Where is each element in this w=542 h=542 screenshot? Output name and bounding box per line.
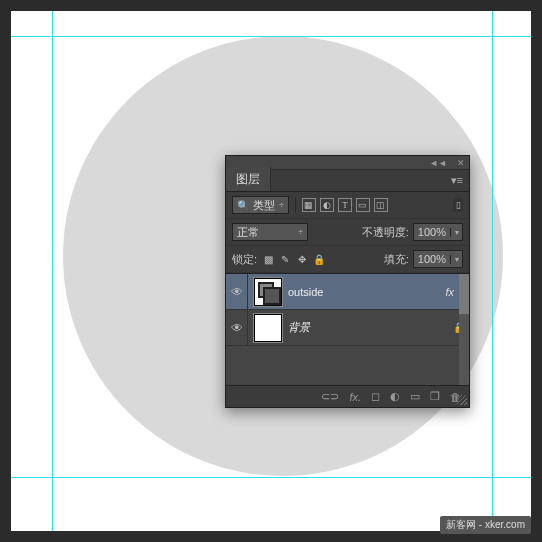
- fill-label: 填充:: [384, 252, 409, 267]
- filter-shape-icon[interactable]: ▭: [356, 198, 370, 212]
- new-layer-icon[interactable]: ❐: [430, 390, 440, 403]
- filter-adjust-icon[interactable]: ◐: [320, 198, 334, 212]
- filter-pixel-icon[interactable]: ▦: [302, 198, 316, 212]
- close-icon[interactable]: ✕: [457, 158, 465, 168]
- fill-value: 100%: [414, 253, 450, 265]
- fill-scrub-icon[interactable]: ▾: [450, 255, 462, 264]
- fx-indicator[interactable]: fx: [445, 286, 454, 298]
- layer-row[interactable]: 👁 outside fx ▾: [226, 274, 469, 310]
- eye-icon: 👁: [231, 321, 243, 335]
- layer-filter-kind[interactable]: 🔍 类型 ÷: [232, 196, 289, 214]
- chevron-down-icon: ÷: [298, 227, 303, 237]
- panel-footer: ⊂⊃ fx. ◻ ◐ ▭ ❐ 🗑: [226, 385, 469, 407]
- lock-icons: ▩ ✎ ✥ 🔒: [261, 252, 326, 266]
- layer-thumbnail[interactable]: [254, 314, 282, 342]
- lock-all-icon[interactable]: 🔒: [312, 252, 326, 266]
- scrollbar-thumb[interactable]: [459, 274, 469, 314]
- lock-pixels-icon[interactable]: ✎: [278, 252, 292, 266]
- resize-grip[interactable]: [457, 395, 467, 405]
- visibility-toggle[interactable]: 👁: [226, 310, 248, 345]
- layers-list: 👁 outside fx ▾ 👁 背景 🔒: [226, 273, 469, 385]
- opacity-value: 100%: [414, 226, 450, 238]
- lock-position-icon[interactable]: ✥: [295, 252, 309, 266]
- filter-toggle[interactable]: ▯: [453, 198, 463, 212]
- link-layers-icon[interactable]: ⊂⊃: [321, 390, 339, 403]
- watermark: 新客网 - xker.com: [440, 516, 531, 534]
- search-icon: 🔍: [237, 200, 249, 211]
- layer-row[interactable]: 👁 背景 🔒: [226, 310, 469, 346]
- adjustment-layer-icon[interactable]: ◐: [390, 390, 400, 403]
- opacity-label: 不透明度:: [362, 225, 409, 240]
- guide-vertical[interactable]: [492, 11, 493, 531]
- fill-input[interactable]: 100% ▾: [413, 250, 463, 268]
- filter-kind-label: 类型: [253, 198, 275, 213]
- panel-tabbar: 图层 ▾≡: [226, 170, 469, 192]
- layer-name[interactable]: 背景: [288, 320, 453, 335]
- layer-thumbnail[interactable]: [254, 278, 282, 306]
- panel-menu-icon[interactable]: ▾≡: [445, 170, 469, 191]
- layers-panel: ◄◄ ✕ 图层 ▾≡ 🔍 类型 ÷ ▦ ◐ T ▭ ◫ ▯ 正常 ÷ 不透明度:…: [225, 155, 470, 408]
- visibility-toggle[interactable]: 👁: [226, 274, 248, 309]
- lock-row: 锁定: ▩ ✎ ✥ 🔒 填充: 100% ▾: [226, 246, 469, 273]
- lock-label: 锁定:: [232, 252, 257, 267]
- collapse-icon[interactable]: ◄◄: [429, 158, 447, 168]
- opacity-scrub-icon[interactable]: ▾: [450, 228, 462, 237]
- group-icon[interactable]: ▭: [410, 390, 420, 403]
- layer-name[interactable]: outside: [288, 286, 445, 298]
- blend-mode-value: 正常: [237, 225, 259, 240]
- layer-style-icon[interactable]: fx.: [349, 391, 361, 403]
- filter-type-icon[interactable]: T: [338, 198, 352, 212]
- tab-layers[interactable]: 图层: [226, 167, 271, 191]
- guide-horizontal[interactable]: [11, 36, 531, 37]
- filter-row: 🔍 类型 ÷ ▦ ◐ T ▭ ◫ ▯: [226, 192, 469, 219]
- guide-horizontal[interactable]: [11, 477, 531, 478]
- lock-transparency-icon[interactable]: ▩: [261, 252, 275, 266]
- layer-mask-icon[interactable]: ◻: [371, 390, 380, 403]
- chevron-down-icon: ÷: [279, 200, 284, 210]
- filter-smart-icon[interactable]: ◫: [374, 198, 388, 212]
- opacity-input[interactable]: 100% ▾: [413, 223, 463, 241]
- blend-mode-dropdown[interactable]: 正常 ÷: [232, 223, 308, 241]
- scrollbar[interactable]: [459, 274, 469, 385]
- guide-vertical[interactable]: [52, 11, 53, 531]
- blend-row: 正常 ÷ 不透明度: 100% ▾: [226, 219, 469, 246]
- eye-icon: 👁: [231, 285, 243, 299]
